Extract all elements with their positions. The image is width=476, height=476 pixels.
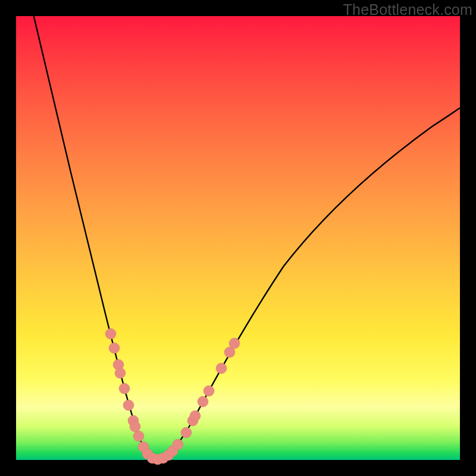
marker-dot	[115, 368, 126, 378]
marker-dot	[105, 328, 116, 339]
chart-svg	[16, 16, 460, 460]
marker-dot	[198, 396, 208, 407]
marker-dot	[229, 338, 240, 349]
chart-stage: TheBottleneck.com	[0, 0, 476, 476]
marker-group	[105, 328, 240, 465]
plot-area	[16, 16, 460, 460]
marker-dot	[181, 427, 192, 438]
marker-dot	[119, 383, 130, 394]
marker-dot	[123, 400, 134, 411]
marker-dot	[133, 431, 144, 441]
bottleneck-curve	[31, 4, 459, 459]
marker-dot	[173, 439, 183, 450]
marker-dot	[130, 421, 140, 432]
marker-dot	[109, 343, 120, 353]
marker-dot	[203, 386, 214, 396]
marker-dot	[216, 363, 227, 374]
marker-dot	[190, 411, 201, 421]
